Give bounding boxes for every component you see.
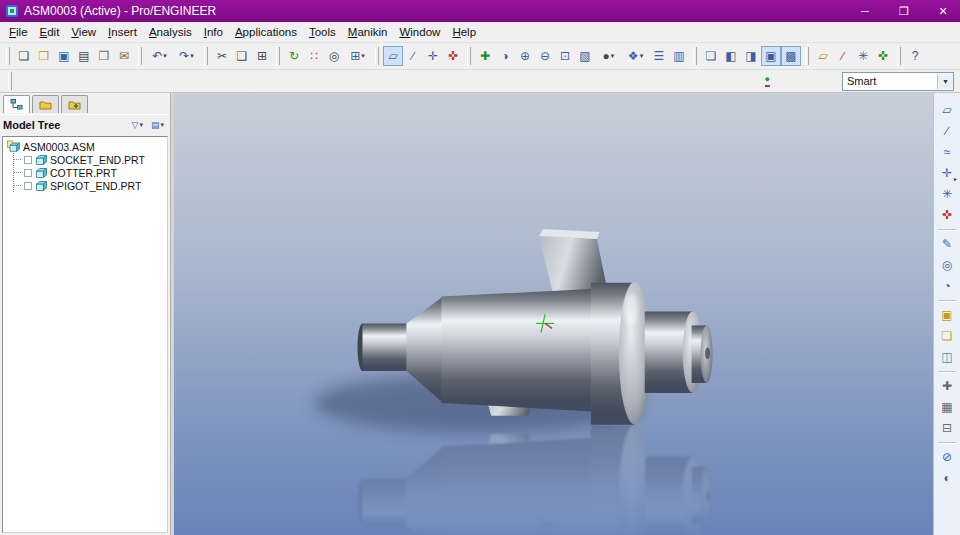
tree-item-cotter-prt[interactable]: COTTER.PRT (14, 166, 167, 179)
tree-settings-menu-button[interactable]: ▤▾ (148, 118, 167, 132)
titlebar[interactable]: ASM0003 (Active) - Pro/ENGINEER ─ ❐ ✕ (0, 0, 960, 22)
toolbar-grip[interactable] (8, 72, 12, 90)
shell-tool-button[interactable]: ◔ (937, 277, 957, 295)
point-display-button[interactable]: ✛ (423, 46, 443, 66)
redo-button[interactable]: ↷▾ (173, 46, 200, 66)
3d-viewport[interactable] (174, 93, 933, 535)
pattern-tool-button[interactable]: ▦ (937, 398, 957, 416)
tree-item-socket-end-prt[interactable]: SOCKET_END.PRT (14, 153, 167, 166)
menu-insert[interactable]: Insert (102, 24, 143, 40)
model-tree[interactable]: ASM0003.ASM SOCKET_END.PRTCOTTER.PRTSPIG… (2, 136, 168, 533)
menu-edit[interactable]: Edit (34, 24, 66, 40)
window-close-button[interactable]: ◨ (741, 46, 761, 66)
find-button[interactable]: ◎ (324, 46, 344, 66)
layers-button[interactable]: ☰ (649, 46, 669, 66)
selection-filter-combo[interactable]: Smart (842, 72, 954, 91)
refit-button[interactable]: ⊡ (555, 46, 575, 66)
minimize-button[interactable]: ─ (848, 0, 882, 22)
spigot-end-part[interactable] (591, 282, 713, 425)
toolbar-grip[interactable] (276, 47, 280, 65)
save-file-button[interactable]: ▣ (54, 46, 74, 66)
undo-dropdown-arrow-icon[interactable]: ▾ (163, 52, 167, 60)
assemble-component-button[interactable]: ▣ (937, 306, 957, 324)
redo-dropdown-arrow-icon[interactable]: ▾ (190, 52, 194, 60)
create-component-button[interactable]: ❏ (937, 327, 957, 345)
menu-tools[interactable]: Tools (303, 24, 342, 40)
insert-coordinate-system-button[interactable]: ✜ (873, 46, 893, 66)
orient-mode-button[interactable]: ◑ (495, 46, 515, 66)
send-email-button[interactable]: ✉ (114, 46, 134, 66)
menu-file[interactable]: File (3, 24, 34, 40)
zoom-out-button[interactable]: ⊖ (535, 46, 555, 66)
datum-axis-tool-button[interactable]: ∕ (937, 122, 957, 140)
display-style-dropdown-arrow-icon[interactable]: ▾ (611, 52, 615, 60)
favorites-tab[interactable] (61, 95, 88, 113)
toolbar-grip[interactable] (204, 47, 208, 65)
undo-button[interactable]: ↶▾ (146, 46, 173, 66)
toolbar-grip[interactable] (805, 47, 809, 65)
datum-point-tool-button[interactable]: ✛▸ (937, 164, 957, 182)
saved-view-list-dropdown-arrow-icon[interactable]: ▾ (640, 52, 644, 60)
toolbar-grip[interactable] (467, 47, 471, 65)
component-operations-button[interactable]: ◫ (937, 348, 957, 366)
show-filter-menu-button[interactable]: ▽▾ (129, 118, 146, 132)
appearance-gallery-button[interactable]: ◐ (937, 469, 957, 487)
model-tree-tab[interactable] (3, 95, 30, 113)
menu-info[interactable]: Info (198, 24, 229, 40)
menu-help[interactable]: Help (446, 24, 482, 40)
save-a-copy-button[interactable]: ❐ (94, 46, 114, 66)
toolbar-grip[interactable] (6, 47, 10, 65)
new-file-button[interactable]: ❏ (14, 46, 34, 66)
copy-button[interactable]: ❑ (232, 46, 252, 66)
paste-button[interactable]: ⊞ (252, 46, 272, 66)
notes-display-button[interactable]: ▩ (781, 46, 801, 66)
cut-button[interactable]: ✂ (212, 46, 232, 66)
mirror-tool-button[interactable]: ⊟ (937, 419, 957, 437)
selection-filter-options-dropdown-arrow-icon[interactable]: ▾ (361, 52, 365, 60)
menu-window[interactable]: Window (393, 24, 446, 40)
insert-datum-plane-button[interactable]: ▱ (813, 46, 833, 66)
maximize-button[interactable]: ❐ (887, 0, 921, 22)
spin-center-button[interactable]: ✚ (475, 46, 495, 66)
tree-item-spigot-end-prt[interactable]: SPIGOT_END.PRT (14, 179, 167, 192)
regenerate-button[interactable]: ↻ (284, 46, 304, 66)
open-file-button[interactable]: ❒ (34, 46, 54, 66)
print-button[interactable]: ▤ (74, 46, 94, 66)
window-new-button[interactable]: ❏ (701, 46, 721, 66)
saved-view-list-button[interactable]: ❖▾ (622, 46, 649, 66)
coordinate-system-tool-button[interactable]: ✜ (937, 206, 957, 224)
close-button[interactable]: ✕ (926, 0, 960, 22)
context-help-button[interactable]: ? (905, 46, 925, 66)
menu-view[interactable]: View (65, 24, 102, 40)
csys-display-button[interactable]: ✜ (443, 46, 463, 66)
display-style-button[interactable]: ●▾ (595, 46, 622, 66)
folder-browser-tab[interactable] (32, 95, 59, 113)
zoom-in-button[interactable]: ⊕ (515, 46, 535, 66)
annotation-display-button[interactable]: ▣ (761, 46, 781, 66)
repaint-button[interactable]: ▧ (575, 46, 595, 66)
field-point-tool-button[interactable]: ✳ (937, 185, 957, 203)
section-tool-button[interactable]: ⊘ (937, 448, 957, 466)
datum-curve-tool-button[interactable]: ≈ (937, 143, 957, 161)
hole-tool-button[interactable]: ◎ (937, 256, 957, 274)
menu-manikin[interactable]: Manikin (342, 24, 394, 40)
drag-components-button[interactable]: ✚ (937, 377, 957, 395)
selection-filter-options-button[interactable]: ⊞▾ (344, 46, 371, 66)
toolbar-grip[interactable] (897, 47, 901, 65)
menu-analysis[interactable]: Analysis (143, 24, 198, 40)
toolbar-grip[interactable] (138, 47, 142, 65)
datum-point-tool-flyout-arrow-icon[interactable]: ▸ (954, 175, 957, 182)
datum-axis-display-button[interactable]: ∕ (403, 46, 423, 66)
datum-plane-tool-button[interactable]: ▱ (937, 101, 957, 119)
tree-root-assembly[interactable]: ASM0003.ASM (7, 140, 167, 153)
3d-scene[interactable] (174, 93, 933, 535)
insert-datum-point-button[interactable]: ✳ (853, 46, 873, 66)
regenerate-manager-button[interactable]: ∷ (304, 46, 324, 66)
datum-plane-display-button[interactable]: ▱ (383, 46, 403, 66)
selection-filter-dropdown-icon[interactable] (937, 74, 953, 89)
toolbar-grip[interactable] (375, 47, 379, 65)
window-activate-button[interactable]: ◧ (721, 46, 741, 66)
menu-applications[interactable]: Applications (229, 24, 303, 40)
toolbar-grip[interactable] (693, 47, 697, 65)
view-manager-button[interactable]: ▥ (669, 46, 689, 66)
